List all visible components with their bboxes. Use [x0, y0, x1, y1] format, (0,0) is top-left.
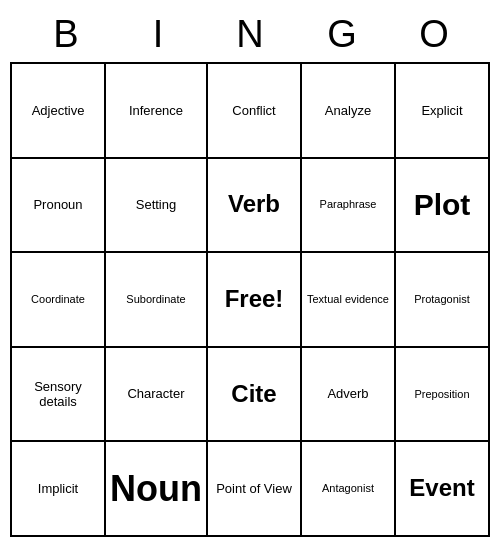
- cell-r4-c2: Point of View: [208, 442, 302, 537]
- cell-text-r4-c3: Antagonist: [322, 482, 374, 495]
- cell-text-r3-c4: Preposition: [414, 388, 469, 401]
- bingo-grid: AdjectiveInferenceConflictAnalyzeExplici…: [10, 62, 490, 537]
- cell-text-r4-c2: Point of View: [216, 481, 292, 497]
- cell-text-r1-c0: Pronoun: [33, 197, 82, 213]
- cell-r0-c3: Analyze: [302, 64, 396, 159]
- cell-text-r1-c4: Plot: [414, 187, 471, 223]
- cell-text-r4-c4: Event: [409, 474, 474, 503]
- cell-text-r2-c2: Free!: [225, 285, 284, 314]
- bingo-letter-N: N: [206, 13, 294, 56]
- cell-r0-c0: Adjective: [12, 64, 106, 159]
- bingo-card: BINGO AdjectiveInferenceConflictAnalyzeE…: [10, 7, 490, 537]
- cell-r3-c4: Preposition: [396, 348, 490, 443]
- cell-r0-c1: Inference: [106, 64, 208, 159]
- cell-text-r0-c4: Explicit: [421, 103, 462, 119]
- bingo-letter-I: I: [114, 13, 202, 56]
- cell-r2-c3: Textual evidence: [302, 253, 396, 348]
- cell-text-r1-c3: Paraphrase: [320, 198, 377, 211]
- cell-text-r3-c2: Cite: [231, 380, 276, 409]
- bingo-letter-G: G: [298, 13, 386, 56]
- cell-r4-c3: Antagonist: [302, 442, 396, 537]
- cell-text-r2-c3: Textual evidence: [307, 293, 389, 306]
- cell-text-r3-c1: Character: [127, 386, 184, 402]
- cell-text-r4-c0: Implicit: [38, 481, 78, 497]
- cell-text-r0-c2: Conflict: [232, 103, 275, 119]
- cell-r4-c4: Event: [396, 442, 490, 537]
- cell-text-r2-c1: Subordinate: [126, 293, 185, 306]
- bingo-header: BINGO: [10, 7, 490, 62]
- cell-r1-c0: Pronoun: [12, 159, 106, 254]
- cell-r4-c1: Noun: [106, 442, 208, 537]
- cell-r1-c4: Plot: [396, 159, 490, 254]
- cell-r2-c0: Coordinate: [12, 253, 106, 348]
- bingo-letter-O: O: [390, 13, 478, 56]
- cell-r3-c2: Cite: [208, 348, 302, 443]
- cell-text-r3-c0: Sensory details: [16, 379, 100, 410]
- cell-r2-c2: Free!: [208, 253, 302, 348]
- cell-text-r3-c3: Adverb: [327, 386, 368, 402]
- cell-r0-c2: Conflict: [208, 64, 302, 159]
- cell-text-r2-c0: Coordinate: [31, 293, 85, 306]
- cell-text-r0-c0: Adjective: [32, 103, 85, 119]
- cell-r2-c1: Subordinate: [106, 253, 208, 348]
- bingo-letter-B: B: [22, 13, 110, 56]
- cell-text-r4-c1: Noun: [110, 467, 202, 510]
- cell-text-r1-c1: Setting: [136, 197, 176, 213]
- cell-text-r1-c2: Verb: [228, 190, 280, 219]
- cell-text-r0-c1: Inference: [129, 103, 183, 119]
- cell-r0-c4: Explicit: [396, 64, 490, 159]
- cell-text-r0-c3: Analyze: [325, 103, 371, 119]
- cell-r1-c1: Setting: [106, 159, 208, 254]
- cell-r3-c1: Character: [106, 348, 208, 443]
- cell-r1-c3: Paraphrase: [302, 159, 396, 254]
- cell-r3-c0: Sensory details: [12, 348, 106, 443]
- cell-text-r2-c4: Protagonist: [414, 293, 470, 306]
- cell-r1-c2: Verb: [208, 159, 302, 254]
- cell-r4-c0: Implicit: [12, 442, 106, 537]
- cell-r3-c3: Adverb: [302, 348, 396, 443]
- cell-r2-c4: Protagonist: [396, 253, 490, 348]
